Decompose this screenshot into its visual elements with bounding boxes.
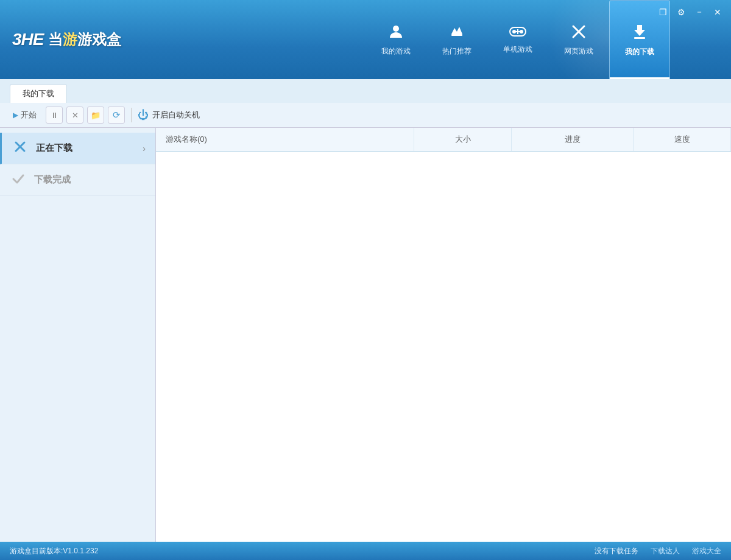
status-bar: 游戏盒目前版本:V1.0.1.232 没有下载任务 下载达人 游戏大全	[0, 542, 731, 560]
logo-area: 3HE 当游游戏盒	[12, 30, 146, 49]
logo-text: 当游游戏盒	[48, 30, 121, 49]
web-game-icon	[570, 23, 587, 43]
my-games-icon	[387, 23, 404, 43]
nav-tabs: 我的游戏 热门推荐 单机游戏	[146, 0, 719, 79]
single-game-icon	[509, 25, 527, 41]
hot-recommend-icon	[448, 23, 465, 43]
nav-label-my-games: 我的游戏	[381, 46, 411, 57]
svg-point-0	[393, 26, 399, 32]
sidebar-item-downloading[interactable]: 正在下载 ›	[0, 133, 155, 164]
start-label: 开始	[21, 110, 37, 121]
col-speed: 速度	[634, 128, 731, 151]
nav-label-single-game: 单机游戏	[503, 44, 532, 55]
folder-icon: 📁	[91, 111, 101, 120]
nav-tab-single-game[interactable]: 单机游戏	[487, 0, 548, 79]
header: 3HE 当游游戏盒 我的游戏 热门推荐	[0, 0, 731, 79]
stop-button[interactable]: ✕	[66, 107, 83, 124]
folder-button[interactable]: 📁	[87, 107, 104, 124]
completed-label: 下载完成	[34, 174, 71, 186]
my-downloads-tab-bar: 我的下载	[0, 79, 731, 103]
sidebar: 正在下载 › 下载完成	[0, 128, 156, 560]
col-size: 大小	[414, 128, 512, 151]
logo-you: 游	[63, 31, 77, 47]
no-task-text: 没有下载任务	[595, 546, 638, 556]
version-text: 游戏盒目前版本:V1.0.1.232	[10, 546, 98, 556]
table-area: 游戏名称(0) 大小 进度 速度	[156, 128, 731, 560]
nav-label-hot-recommend: 热门推荐	[442, 46, 471, 57]
auto-shutdown-toggle[interactable]: ⏻ 开启自动关机	[138, 109, 200, 122]
restore-button[interactable]: ❐	[654, 4, 671, 21]
downloading-icon	[12, 140, 29, 156]
refresh-button[interactable]: ⟳	[108, 107, 125, 124]
table-header: 游戏名称(0) 大小 进度 速度	[156, 128, 731, 152]
main-split: 正在下载 › 下载完成 游戏名称(0) 大小 进度 速度	[0, 128, 731, 560]
logo-rest: 游戏盒	[77, 31, 121, 47]
nav-label-my-download: 我的下载	[625, 47, 654, 57]
minimize-button[interactable]: －	[691, 4, 708, 21]
nav-tab-my-games[interactable]: 我的游戏	[366, 0, 426, 79]
download-expert-link[interactable]: 下载达人	[651, 546, 680, 556]
col-name: 游戏名称(0)	[156, 128, 414, 151]
refresh-icon: ⟳	[113, 110, 121, 121]
col-progress: 进度	[512, 128, 634, 151]
nav-tab-hot-recommend[interactable]: 热门推荐	[426, 0, 487, 79]
stop-icon: ✕	[72, 111, 79, 120]
table-body	[156, 152, 731, 560]
completed-icon	[10, 172, 27, 188]
my-download-icon	[630, 23, 649, 43]
toolbar: ▶ 开始 ⏸ ✕ 📁 ⟳ ⏻ 开启自动关机	[0, 103, 731, 128]
nav-label-web-game: 网页游戏	[564, 46, 593, 57]
all-games-link[interactable]: 游戏大全	[692, 546, 721, 556]
pause-icon: ⏸	[51, 111, 58, 120]
shutdown-icon: ⏻	[138, 109, 149, 122]
settings-button[interactable]: ⚙	[673, 4, 690, 21]
close-button[interactable]: ✕	[709, 4, 726, 21]
title-bar: ❐ ⚙ － ✕	[649, 0, 731, 24]
logo-dang: 当	[48, 31, 63, 47]
svg-rect-9	[634, 37, 645, 39]
content-area: 我的下载 ▶ 开始 ⏸ ✕ 📁 ⟳ ⏻ 开启自动关机	[0, 79, 731, 560]
nav-tab-web-game[interactable]: 网页游戏	[548, 0, 609, 79]
sidebar-arrow-downloading: ›	[143, 144, 146, 153]
play-icon: ▶	[13, 111, 18, 119]
my-downloads-label[interactable]: 我的下载	[10, 84, 67, 103]
auto-shutdown-label: 开启自动关机	[152, 110, 200, 121]
sidebar-item-completed[interactable]: 下载完成	[0, 164, 155, 196]
toolbar-separator	[131, 108, 132, 122]
logo-3he: 3HE	[12, 30, 43, 49]
start-button[interactable]: ▶ 开始	[7, 107, 42, 123]
status-right: 没有下载任务 下载达人 游戏大全	[595, 546, 721, 556]
svg-rect-1	[451, 34, 462, 36]
pause-button[interactable]: ⏸	[46, 107, 63, 124]
downloading-label: 正在下载	[36, 142, 72, 154]
